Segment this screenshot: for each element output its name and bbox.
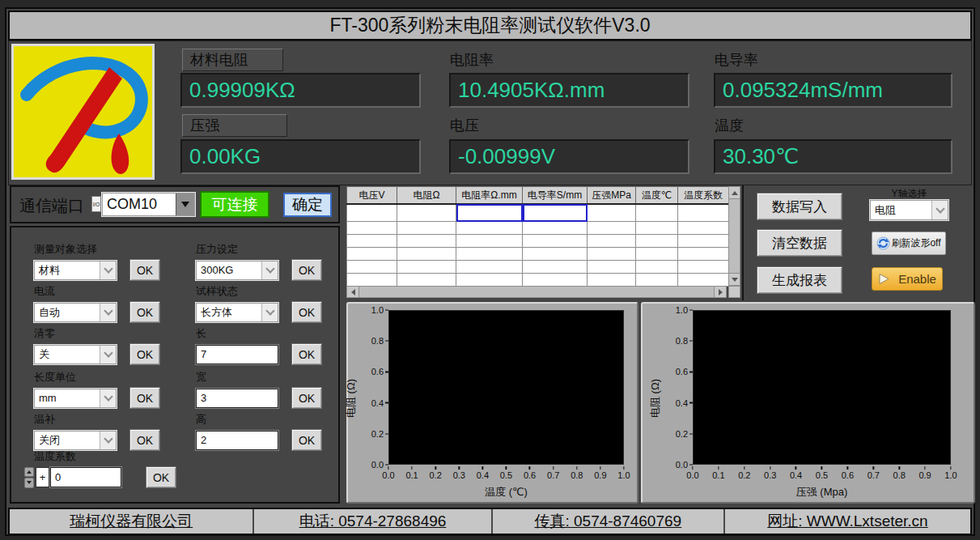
io-icon: I/O xyxy=(91,196,101,212)
chevron-down-icon[interactable] xyxy=(261,304,278,321)
table-horizontal-scrollbar[interactable] xyxy=(346,286,727,298)
current-ok-button[interactable]: OK xyxy=(129,301,160,323)
table-cell[interactable] xyxy=(397,222,456,235)
table-cell[interactable] xyxy=(347,274,397,287)
chevron-down-icon[interactable] xyxy=(100,346,116,364)
scroll-down-icon[interactable] xyxy=(728,273,740,286)
table-cell[interactable] xyxy=(588,248,636,261)
com-port-select[interactable]: COM10 xyxy=(102,193,195,216)
pressure-set-ok-button[interactable]: OK xyxy=(291,259,322,281)
table-vertical-scrollbar[interactable] xyxy=(728,186,740,286)
sample-shape-ok-button[interactable]: OK xyxy=(291,301,322,323)
width-ok-button[interactable]: OK xyxy=(291,387,322,409)
table-cell[interactable] xyxy=(397,204,456,222)
chevron-down-icon[interactable] xyxy=(931,201,948,219)
clear-data-button[interactable]: 清空数据 xyxy=(757,229,842,257)
com-port-dropdown-button[interactable] xyxy=(176,193,194,215)
temp-comp-ok-button[interactable]: OK xyxy=(129,429,160,451)
table-cell[interactable] xyxy=(397,261,456,274)
temp-coeff-input[interactable]: 0 xyxy=(50,467,121,487)
generate-report-button[interactable]: 生成报表 xyxy=(757,266,842,294)
table-cell[interactable] xyxy=(523,248,588,261)
title-bar: FT-300系列粉末电阻率测试仪软件V3.0 xyxy=(8,11,972,40)
table-cell[interactable] xyxy=(347,222,397,235)
chart-plot-area[interactable] xyxy=(693,310,951,465)
x-tick-label: 0.9 xyxy=(594,466,606,480)
table-cell[interactable] xyxy=(678,204,729,222)
table-cell[interactable] xyxy=(347,248,397,261)
table-cell[interactable] xyxy=(397,235,456,248)
table-cell[interactable] xyxy=(588,235,636,248)
table-cell[interactable] xyxy=(636,261,678,274)
length-input[interactable]: 7 xyxy=(196,345,278,364)
scroll-up-icon[interactable] xyxy=(728,186,740,199)
refresh-waveform-button[interactable]: 刷新波形off xyxy=(872,232,946,255)
connect-status-button[interactable]: 可连接 xyxy=(200,191,269,218)
table-cell[interactable] xyxy=(636,248,678,261)
website-link[interactable]: 网址: WWW.Lxtseter.cn xyxy=(723,509,970,534)
table-cell[interactable] xyxy=(588,222,636,235)
temp-coeff-stepper[interactable] xyxy=(24,467,34,488)
table-cell[interactable] xyxy=(347,235,397,248)
length-ok-button[interactable]: OK xyxy=(291,343,322,365)
measure-target-ok-button[interactable]: OK xyxy=(129,259,160,281)
table-cell[interactable] xyxy=(397,274,456,287)
table-cell[interactable] xyxy=(678,261,729,274)
chevron-down-icon[interactable] xyxy=(100,432,116,449)
table-cell[interactable] xyxy=(678,222,729,235)
x-tick-label: 0.1 xyxy=(405,466,418,480)
data-table[interactable]: 电压V电阻Ω电阻率Ω.mm电导率S/mm压强MPa温度℃温度系数 xyxy=(346,186,729,287)
chevron-down-icon[interactable] xyxy=(100,389,116,407)
enable-button[interactable]: Enable xyxy=(872,267,943,291)
table-cell[interactable] xyxy=(588,204,636,222)
table-cell[interactable] xyxy=(678,248,729,261)
zero-ok-button[interactable]: OK xyxy=(129,343,160,365)
scroll-left-icon[interactable] xyxy=(346,286,359,298)
table-cell[interactable] xyxy=(456,222,523,235)
scroll-right-icon[interactable] xyxy=(714,286,727,298)
table-cell[interactable] xyxy=(523,261,588,274)
table-cell[interactable] xyxy=(523,274,588,287)
table-cell[interactable] xyxy=(588,261,636,274)
table-cell[interactable] xyxy=(636,204,678,222)
table-cell[interactable] xyxy=(636,274,678,287)
increment-arrow-icon[interactable] xyxy=(24,467,34,478)
table-cell[interactable] xyxy=(523,204,588,222)
table-cell[interactable] xyxy=(523,235,588,248)
length-unit-select[interactable]: mm xyxy=(34,389,117,408)
table-cell[interactable] xyxy=(456,204,523,222)
table-cell[interactable] xyxy=(636,222,678,235)
table-cell[interactable] xyxy=(678,274,729,287)
table-cell[interactable] xyxy=(636,235,678,248)
chart-plot-area[interactable] xyxy=(388,310,624,465)
company-logo xyxy=(11,44,155,180)
confirm-button[interactable]: 确定 xyxy=(283,193,332,217)
length-unit-ok-button[interactable]: OK xyxy=(129,387,160,409)
table-cell[interactable] xyxy=(397,248,456,261)
table-cell[interactable] xyxy=(456,248,523,261)
table-cell[interactable] xyxy=(347,261,397,274)
measure-target-select[interactable]: 材料 xyxy=(34,261,117,280)
chevron-down-icon[interactable] xyxy=(100,304,116,321)
sample-shape-select[interactable]: 长方体 xyxy=(196,303,278,322)
table-cell[interactable] xyxy=(456,261,523,274)
table-cell[interactable] xyxy=(456,235,523,248)
zero-select[interactable]: 关 xyxy=(34,345,117,364)
temp-coeff-ok-button[interactable]: OK xyxy=(146,466,176,488)
chevron-down-icon[interactable] xyxy=(261,261,278,279)
current-select[interactable]: 自动 xyxy=(34,303,117,322)
width-input[interactable]: 3 xyxy=(196,389,278,408)
decrement-arrow-icon[interactable] xyxy=(24,478,34,488)
table-cell[interactable] xyxy=(347,204,397,222)
write-data-button[interactable]: 数据写入 xyxy=(757,193,842,220)
y-axis-select[interactable]: 电阻 xyxy=(870,200,948,220)
height-ok-button[interactable]: OK xyxy=(291,429,322,451)
table-cell[interactable] xyxy=(588,274,636,287)
chevron-down-icon[interactable] xyxy=(100,261,116,279)
table-cell[interactable] xyxy=(523,222,588,235)
table-cell[interactable] xyxy=(456,274,523,287)
table-cell[interactable] xyxy=(678,235,729,248)
pressure-set-select[interactable]: 300KG xyxy=(196,261,278,280)
height-input[interactable]: 2 xyxy=(196,431,278,450)
temp-comp-select[interactable]: 关闭 xyxy=(34,431,117,450)
